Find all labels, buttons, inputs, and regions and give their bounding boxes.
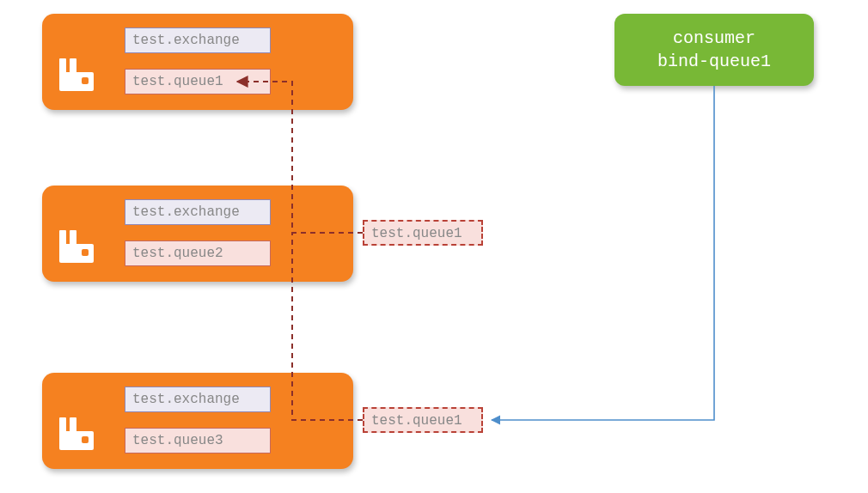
mirrored-queue-ghost: test.queue1 xyxy=(363,407,483,433)
broker-node-3: test.exchange test.queue3 xyxy=(42,373,353,469)
consumer-label-line1: consumer xyxy=(614,27,814,50)
queue-label: test.queue3 xyxy=(125,428,271,453)
queue-label: test.queue1 xyxy=(125,69,271,94)
consumer-node: consumer bind-queue1 xyxy=(614,14,814,86)
svg-rect-11 xyxy=(82,436,89,443)
exchange-label: test.exchange xyxy=(125,199,271,225)
rabbitmq-icon xyxy=(59,230,94,263)
svg-rect-3 xyxy=(82,77,89,84)
consumer-label-line2: bind-queue1 xyxy=(614,50,814,73)
exchange-label: test.exchange xyxy=(125,27,271,53)
queue-label: test.queue2 xyxy=(125,240,271,266)
mirrored-queue-ghost: test.queue1 xyxy=(363,220,483,246)
exchange-label: test.exchange xyxy=(125,386,271,412)
rabbitmq-icon xyxy=(59,417,94,450)
rabbitmq-icon xyxy=(59,58,94,91)
broker-node-1: test.exchange test.queue1 xyxy=(42,14,353,110)
broker-node-2: test.exchange test.queue2 xyxy=(42,186,353,282)
svg-rect-7 xyxy=(82,249,89,256)
solid-connector xyxy=(492,86,714,420)
